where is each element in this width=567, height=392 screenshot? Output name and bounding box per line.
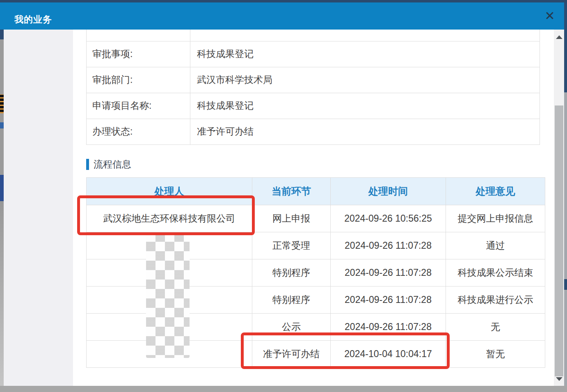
details-row-partial: [87, 30, 540, 41]
detail-value: 科技成果登记: [190, 93, 540, 119]
page-edge-segment: [0, 201, 4, 392]
page-edge-segment: [564, 2, 567, 92]
column-header-time: 处理时间: [331, 178, 446, 205]
page-edge-segment: [0, 175, 4, 201]
process-cell-opinion: 科技成果公示结束: [446, 259, 545, 287]
detail-value: 准予许可办结: [190, 119, 540, 144]
detail-value: 武汉市科学技术局: [190, 67, 540, 93]
annotation-box-result: [241, 332, 450, 369]
details-table: 审批事项:科技成果登记审批部门:武汉市科学技术局申请项目名称:科技成果登记办理状…: [86, 30, 540, 145]
scrollbar[interactable]: [554, 30, 564, 386]
detail-label: 办理状态:: [87, 119, 190, 144]
close-icon[interactable]: ✕: [542, 8, 557, 24]
process-cell-time: 2024-09-26 11:07:28: [331, 287, 446, 314]
process-section-header: 流程信息: [86, 158, 131, 170]
process-cell-time: 2024-09-26 11:07:28: [331, 232, 446, 259]
process-cell-time: 2024-09-26 10:56:25: [331, 205, 446, 232]
scroll-down-arrow-icon[interactable]: [556, 377, 562, 381]
process-cell-step: 特别程序: [252, 287, 331, 314]
detail-value: 科技成果登记: [190, 41, 540, 67]
details-row: 审批事项:科技成果登记: [87, 41, 540, 67]
process-cell-opinion: 通过: [446, 232, 545, 259]
page-edge-segment: [0, 122, 4, 128]
page-edge-logo-fragment: [0, 94, 4, 113]
scroll-up-arrow-icon[interactable]: [556, 35, 562, 39]
details-row: 办理状态:准予许可办结: [87, 119, 540, 144]
screen: 我的业务 ✕ 审批事项:科技成果登记审批部门:武汉市科学技术局申请项目名称:科技…: [0, 0, 567, 392]
underlying-page-left-edge: [0, 2, 4, 392]
details-row: 审批部门:武汉市科学技术局: [87, 67, 540, 93]
detail-label: 申请项目名称:: [87, 93, 190, 119]
underlying-page-right-edge: [564, 2, 567, 392]
detail-label: 审批事项:: [87, 41, 190, 67]
detail-value: [190, 30, 540, 41]
process-cell-opinion: 提交网上申报信息: [446, 205, 545, 232]
details-row: 申请项目名称:科技成果登记: [87, 93, 540, 119]
section-accent-bar: [86, 159, 89, 170]
annotation-box-handler: [77, 195, 255, 235]
process-cell-opinion: 科技成果进行公示: [446, 287, 545, 314]
section-title: 流程信息: [94, 158, 131, 171]
modal-sidebar: [4, 30, 73, 386]
process-cell-opinion: 无: [446, 314, 545, 341]
process-cell-step: 正常受理: [252, 232, 331, 259]
process-cell-step: 网上申报: [252, 205, 331, 232]
page-edge-segment: [564, 279, 567, 290]
process-cell-time: 2024-09-26 11:07:28: [331, 259, 446, 287]
page-edge-segment: [0, 30, 4, 39]
redacted-mosaic: [146, 232, 190, 358]
process-cell-step: 特别程序: [252, 259, 331, 287]
detail-label: 审批部门:: [87, 67, 190, 93]
details-table-body: 审批事项:科技成果登记审批部门:武汉市科学技术局申请项目名称:科技成果登记办理状…: [87, 30, 540, 144]
detail-label: [87, 30, 190, 41]
underlying-page-bottom-edge: [0, 386, 567, 392]
process-cell-opinion: 暂无: [446, 341, 545, 368]
column-header-step: 当前环节: [252, 178, 331, 205]
scrollbar-thumb[interactable]: [555, 105, 563, 376]
column-header-opinion: 处理意见: [446, 178, 545, 205]
modal-title: 我的业务: [14, 14, 52, 26]
modal-header: 我的业务 ✕: [0, 2, 564, 30]
